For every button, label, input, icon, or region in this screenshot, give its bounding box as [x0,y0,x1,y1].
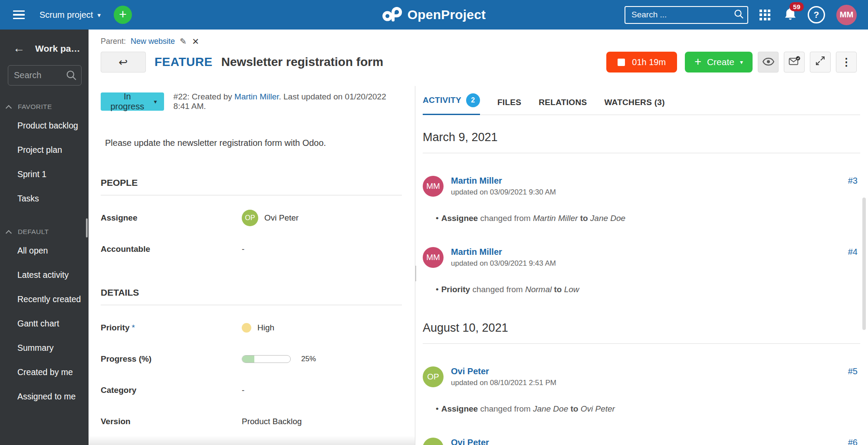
create-button-label: Create [707,57,734,67]
hamburger-menu-icon[interactable] [11,9,26,21]
user-avatar-menu[interactable]: MM [836,5,857,25]
activity-entry: OP Ovi Peter updated on 08/10/2021 2:51 … [423,366,860,415]
tab-relations[interactable]: RELATIONS [539,98,587,115]
sidebar-item-assigned-to-me[interactable]: Assigned to me [0,384,89,409]
tab-activity[interactable]: ACTIVITY 2 [423,93,480,115]
plus-icon: + [119,8,127,21]
entry-timestamp: updated on 08/10/2021 2:51 PM [451,379,556,387]
assignee-value[interactable]: OP Ovi Peter [242,210,299,226]
fullscreen-button[interactable] [810,52,831,73]
work-package-type: FEATURE [155,55,213,69]
sidebar-section-favorite-header[interactable]: FAVORITE [0,100,89,113]
mark-notifications-read-button[interactable] [784,52,805,73]
watch-button[interactable] [758,52,779,73]
field-label: Priority* [101,323,242,333]
progress-value[interactable]: 25% [242,355,316,363]
status-label: In progress [108,92,147,112]
activity-scrollbar[interactable] [862,198,866,330]
page-title: Newsletter registration form [221,55,383,69]
sidebar-section-favorite: FAVORITE Product backlog Project plan Sp… [0,100,89,211]
sidebar-item-sprint-1[interactable]: Sprint 1 [0,162,89,186]
activity-date-heading: March 9, 2021 [423,131,860,144]
user-link[interactable]: Ovi Peter [451,438,489,445]
user-link[interactable]: Martin Miller [451,176,502,185]
global-search-input[interactable] [625,6,748,24]
field-row-priority: Priority* High [101,319,402,336]
status-dropdown[interactable]: In progress ▾ [101,92,164,111]
sidebar-item-project-plan[interactable]: Project plan [0,138,89,162]
activity-entry: MM Martin Miller updated on 03/09/2021 9… [423,176,860,224]
parent-label: Parent: [101,37,126,46]
create-button[interactable]: + Create ▾ [685,52,753,73]
avatar: OP [423,438,444,445]
activity-feed: March 9, 2021 MM Martin Miller updated o… [423,131,860,445]
back-to-list-button[interactable]: ↩ [101,52,146,73]
openproject-logo[interactable]: OpenProject [382,0,486,30]
tab-watchers[interactable]: WATCHERS (3) [604,98,664,115]
category-value[interactable]: - [242,386,244,395]
modules-grid-icon[interactable] [760,10,770,20]
bullet-icon: • [436,285,439,294]
priority-color-dot [242,323,251,333]
tab-files[interactable]: FILES [497,98,521,115]
sidebar-section-default: DEFAULT All open Latest activity Recentl… [0,225,89,409]
sidebar-item-gantt-chart[interactable]: Gantt chart [0,311,89,336]
entry-timestamp: updated on 03/09/2021 9:30 AM [451,188,556,197]
quick-add-button[interactable]: + [114,6,132,24]
remove-parent-icon[interactable]: × [192,37,199,46]
entry-timestamp: updated on 03/09/2021 9:43 AM [451,259,556,268]
timer-button[interactable]: 01h 19m [606,52,677,73]
avatar: OP [423,366,444,387]
sidebar-title: Work pa… [35,43,80,54]
entry-ref-link[interactable]: #3 [848,176,858,186]
sidebar-scrollbar[interactable] [86,218,88,237]
chevron-down-icon: ▾ [154,99,157,105]
field-label: Assignee [101,213,242,223]
envelope-check-icon [789,56,800,69]
progress-percent-label: 25% [301,355,316,363]
help-button[interactable]: ? [808,6,825,23]
priority-value[interactable]: High [242,323,274,333]
description-text[interactable]: Please update the newsletter registratio… [105,138,402,148]
edit-parent-icon[interactable]: ✎ [180,36,187,46]
progress-bar-fill [242,356,254,363]
parent-row: Parent: New website ✎ × [101,36,857,46]
pane-resize-handle[interactable] [415,266,416,281]
sidebar-item-product-backlog[interactable]: Product backlog [0,113,89,138]
sidebar-item-all-open[interactable]: All open [0,238,89,263]
field-row-progress: Progress (%) 25% [101,350,402,368]
sidebar-item-recently-created[interactable]: Recently created [0,287,89,311]
sidebar-item-latest-activity[interactable]: Latest activity [0,263,89,287]
project-selector[interactable]: Scrum project ▾ [39,10,101,20]
parent-link[interactable]: New website [131,37,175,46]
work-package-meta: #22: Created by Martin Miller. Last upda… [174,92,402,111]
notifications-bell[interactable]: 59 [784,7,796,22]
field-label: Category [101,386,242,395]
progress-bar [242,355,291,363]
entry-ref-link[interactable]: #4 [848,247,858,257]
sidebar-item-tasks[interactable]: Tasks [0,186,89,211]
sidebar-section-default-header[interactable]: DEFAULT [0,225,89,238]
kebab-icon: ⋮ [841,56,852,68]
avatar: MM [423,176,444,197]
work-package-header: Parent: New website ✎ × ↩ FEATURE Newsle… [89,30,868,86]
creator-link[interactable]: Martin Miller [234,92,279,101]
sidebar-item-created-by-me[interactable]: Created by me [0,360,89,384]
top-bar: Scrum project ▾ + OpenProject [0,0,868,30]
bullet-icon: • [436,214,439,223]
eye-icon [763,56,774,68]
entry-ref-link[interactable]: #6 [848,438,858,445]
bell-icon [784,14,796,22]
version-value[interactable]: Product Backlog [242,417,302,426]
accountable-value[interactable]: - [242,244,244,254]
field-row-accountable: Accountable - [101,241,402,258]
user-link[interactable]: Ovi Peter [451,366,489,376]
question-mark-icon: ? [814,10,819,20]
user-link[interactable]: Martin Miller [451,247,502,257]
more-actions-button[interactable]: ⋮ [836,52,857,73]
back-arrow-icon[interactable]: ← [13,43,25,54]
sidebar-item-summary[interactable]: Summary [0,336,89,360]
entry-ref-link[interactable]: #5 [848,366,858,376]
field-row-assignee: Assignee OP Ovi Peter [101,209,402,227]
chevron-up-icon [6,105,12,111]
